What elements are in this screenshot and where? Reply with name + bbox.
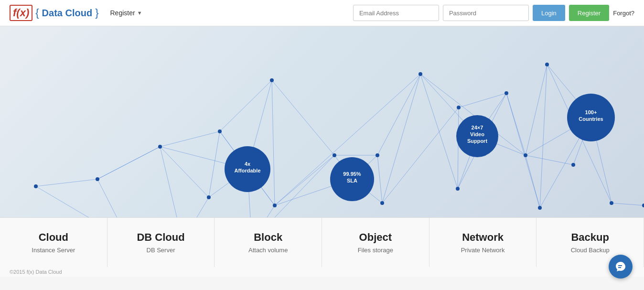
svg-point-73 xyxy=(419,72,422,76)
nav-register-label: Register xyxy=(110,9,135,17)
card-cloud[interactable]: Cloud Instance Server xyxy=(0,218,107,267)
card-db[interactable]: DB Cloud DB Server xyxy=(107,218,215,267)
svg-line-12 xyxy=(220,80,272,131)
svg-line-26 xyxy=(377,155,382,203)
chat-button[interactable] xyxy=(609,255,633,277)
svg-line-2 xyxy=(97,179,129,217)
svg-point-75 xyxy=(456,187,460,191)
network-graph: 4xAffordable99.95%SLA24×7VideoSupport100… xyxy=(0,26,644,217)
svg-line-18 xyxy=(272,80,275,205)
footer-copyright: ©2015 f(x) Data Cloud xyxy=(0,267,644,277)
email-input[interactable] xyxy=(353,5,439,21)
card-subtitle-cloud: Instance Server xyxy=(32,247,75,254)
card-title-backup: Backup xyxy=(571,231,609,244)
svg-point-74 xyxy=(457,106,461,109)
svg-point-72 xyxy=(380,201,384,205)
svg-point-61 xyxy=(207,195,211,199)
svg-line-27 xyxy=(377,74,420,155)
card-title-network: Network xyxy=(462,231,504,244)
chevron-down-icon: ▼ xyxy=(137,10,142,16)
svg-line-20 xyxy=(275,155,334,205)
svg-line-19 xyxy=(272,80,334,155)
card-block[interactable]: Block Attach volume xyxy=(215,218,322,267)
card-title-db: DB Cloud xyxy=(137,231,184,244)
register-button[interactable]: Register xyxy=(569,5,609,21)
svg-point-66 xyxy=(270,78,274,82)
svg-line-32 xyxy=(458,107,459,189)
card-subtitle-backup: Cloud Backup xyxy=(571,247,610,254)
card-network[interactable]: Network Private Network xyxy=(429,218,537,267)
svg-point-62 xyxy=(218,129,222,133)
svg-point-71 xyxy=(376,153,379,157)
card-object[interactable]: Object Files storage xyxy=(322,218,429,267)
svg-line-50 xyxy=(97,147,160,179)
svg-line-28 xyxy=(382,74,420,203)
svg-line-40 xyxy=(526,155,540,208)
card-subtitle-object: Files storage xyxy=(358,247,393,254)
svg-point-82 xyxy=(571,163,575,167)
card-subtitle-db: DB Server xyxy=(147,247,175,254)
card-subtitle-network: Private Network xyxy=(461,247,505,254)
header: f(x) { Data Cloud } Register ▼ Login Reg… xyxy=(0,0,644,26)
svg-point-59 xyxy=(158,145,162,149)
svg-line-29 xyxy=(382,107,459,203)
svg-line-41 xyxy=(526,64,547,155)
card-title-cloud: Cloud xyxy=(39,231,68,244)
logo-brace-open: { xyxy=(35,7,39,19)
svg-point-81 xyxy=(545,63,549,66)
hero-section: 4xAffordable99.95%SLA24×7VideoSupport100… xyxy=(0,26,644,217)
svg-point-78 xyxy=(504,91,508,95)
chat-icon xyxy=(615,261,626,272)
svg-point-67 xyxy=(273,204,277,207)
svg-point-79 xyxy=(524,153,527,157)
svg-point-80 xyxy=(538,206,542,210)
svg-point-68 xyxy=(333,153,336,157)
svg-line-5 xyxy=(160,147,182,217)
svg-point-86 xyxy=(642,204,644,207)
svg-line-16 xyxy=(252,205,275,217)
forgot-link[interactable]: Forgot? xyxy=(613,10,634,17)
svg-point-56 xyxy=(34,184,38,188)
card-subtitle-block: Attach volume xyxy=(248,247,288,254)
svg-line-30 xyxy=(420,74,458,189)
logo-fx-icon: f(x) xyxy=(10,5,32,21)
logo-brace-close: } xyxy=(95,7,98,19)
card-title-object: Object xyxy=(359,231,392,244)
svg-point-57 xyxy=(96,177,99,181)
svg-line-43 xyxy=(540,64,547,208)
logo[interactable]: f(x) { Data Cloud } xyxy=(10,5,99,21)
svg-line-42 xyxy=(526,155,573,165)
svg-line-8 xyxy=(182,197,209,217)
svg-line-1 xyxy=(36,186,129,217)
svg-point-85 xyxy=(610,201,613,205)
svg-line-0 xyxy=(36,179,97,186)
svg-line-49 xyxy=(612,203,644,205)
svg-line-39 xyxy=(506,93,540,208)
logo-name: Data Cloud xyxy=(42,8,93,19)
svg-line-33 xyxy=(459,93,506,107)
password-input[interactable] xyxy=(443,5,529,21)
nav-register-menu[interactable]: Register ▼ xyxy=(110,9,142,17)
login-button[interactable]: Login xyxy=(533,5,565,21)
feature-cards: Cloud Instance Server DB Cloud DB Server… xyxy=(0,217,644,267)
svg-line-6 xyxy=(160,147,209,197)
card-title-block: Block xyxy=(254,231,282,244)
svg-line-7 xyxy=(160,131,220,147)
auth-section: Login Register Forgot? xyxy=(353,5,634,21)
svg-line-9 xyxy=(209,131,220,197)
